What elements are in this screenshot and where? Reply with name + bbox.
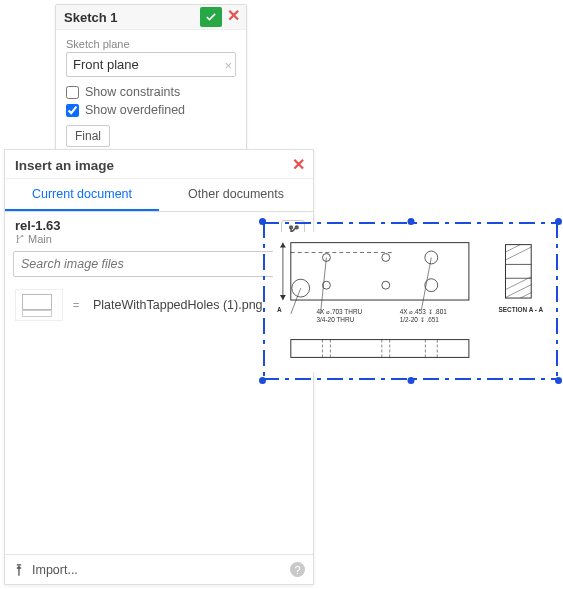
section-marker-a: A (277, 306, 282, 313)
svg-point-1 (17, 241, 19, 243)
svg-marker-19 (280, 243, 286, 248)
resize-handle-bottom-mid[interactable] (407, 377, 414, 384)
insert-panel-header: Insert an image ✕ (5, 150, 313, 179)
version-name: rel-1.63 (15, 218, 281, 233)
svg-point-11 (382, 281, 390, 289)
placed-image[interactable]: A 4X ⌀.703 THRU 3/4-20 THRU 4X ⌀.453 ↧ .… (263, 222, 558, 380)
sketch-plane-value: Front plane (73, 57, 139, 72)
search-input[interactable] (13, 251, 305, 277)
svg-line-15 (320, 257, 326, 313)
svg-line-17 (421, 257, 431, 309)
resize-handle-top-left[interactable] (259, 218, 266, 225)
callout-1-line-1: 4X ⌀.703 THRU (317, 308, 363, 315)
svg-line-32 (501, 272, 541, 292)
show-constraints-checkbox[interactable] (66, 86, 79, 99)
svg-point-9 (382, 254, 390, 262)
show-overdefined-row[interactable]: Show overdefined (66, 103, 236, 117)
insert-tabs: Current document Other documents (5, 179, 313, 212)
resize-handle-top-right[interactable] (555, 218, 562, 225)
file-kind-icon: = (73, 299, 83, 311)
import-label: Import... (32, 563, 78, 577)
engineering-drawing: A 4X ⌀.703 THRU 3/4-20 THRU 4X ⌀.453 ↧ .… (273, 232, 550, 372)
show-overdefined-checkbox[interactable] (66, 104, 79, 117)
upload-icon: ⭱ (13, 563, 26, 577)
show-overdefined-label: Show overdefined (85, 103, 185, 117)
resize-handle-top-mid[interactable] (407, 218, 414, 225)
close-icon: ✕ (227, 8, 240, 24)
svg-rect-6 (291, 243, 469, 300)
sketch-plane-field[interactable]: Front plane × (66, 52, 236, 77)
callout-1-line-2: 3/4-20 THRU (317, 316, 355, 323)
branch-icon (15, 234, 25, 244)
svg-rect-28 (505, 245, 531, 298)
tab-other-documents[interactable]: Other documents (159, 179, 313, 211)
svg-rect-21 (291, 340, 469, 358)
resize-handle-bottom-right[interactable] (555, 377, 562, 384)
confirm-button[interactable] (200, 7, 222, 27)
file-name: PlateWithTappedHoles (1).png (93, 298, 263, 312)
svg-point-2 (22, 235, 24, 237)
close-insert-panel-button[interactable]: ✕ (289, 156, 307, 174)
svg-marker-20 (280, 295, 286, 300)
show-constraints-label: Show constraints (85, 85, 180, 99)
file-thumbnail (15, 289, 63, 321)
clear-plane-button[interactable]: × (224, 58, 232, 71)
help-button[interactable]: ? (290, 562, 305, 577)
cancel-button[interactable]: ✕ (224, 7, 242, 25)
branch-label: Main (15, 233, 281, 245)
final-button[interactable]: Final (66, 125, 110, 147)
svg-line-33 (501, 280, 541, 300)
section-title: SECTION A - A (499, 306, 544, 313)
sketch-title: Sketch 1 (64, 10, 200, 25)
callout-2-line-1: 4X ⌀.453 ↧ .801 (400, 308, 448, 315)
resize-handle-bottom-left[interactable] (259, 377, 266, 384)
import-button[interactable]: ⭱ Import... ? (5, 554, 313, 584)
close-icon: ✕ (292, 157, 305, 173)
insert-panel-title: Insert an image (15, 158, 289, 173)
svg-point-0 (17, 235, 19, 237)
svg-line-31 (501, 243, 541, 263)
show-constraints-row[interactable]: Show constraints (66, 85, 236, 99)
sketch-feature-panel: Sketch 1 ✕ Sketch plane Front plane × Sh… (55, 4, 247, 158)
sketch-panel-header: Sketch 1 ✕ (56, 5, 246, 30)
tab-current-document[interactable]: Current document (5, 179, 159, 211)
sketch-plane-label: Sketch plane (66, 38, 236, 50)
check-icon (204, 10, 218, 24)
callout-2-line-2: 1/2-20 ↧ .651 (400, 316, 440, 323)
